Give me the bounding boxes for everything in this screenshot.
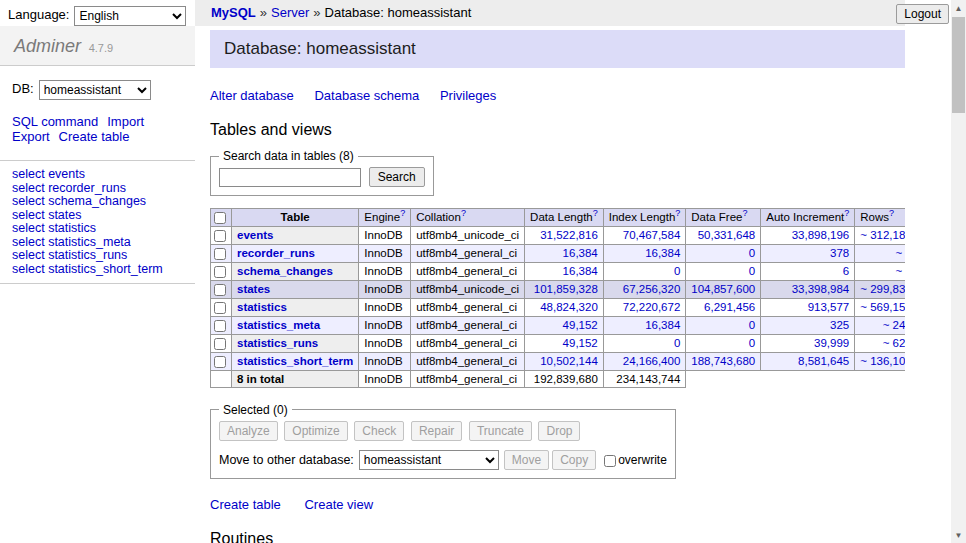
data-free-link[interactable]: 0	[749, 319, 755, 331]
index-length-link[interactable]: 0	[674, 265, 680, 277]
help-link[interactable]: ?	[400, 209, 405, 219]
auto-increment-link[interactable]: 913,577	[808, 301, 850, 313]
data-free-link[interactable]: 6,291,456	[704, 301, 755, 313]
search-button[interactable]: Search	[369, 167, 425, 187]
database-schema-link[interactable]: Database schema	[314, 88, 419, 103]
auto-increment-link[interactable]: 6	[843, 265, 849, 277]
check-button[interactable]: Check	[354, 421, 404, 441]
row-select-checkbox[interactable]	[214, 230, 226, 242]
create-table-link[interactable]: Create table	[210, 497, 281, 512]
overwrite-checkbox[interactable]	[604, 455, 616, 467]
row-select-checkbox[interactable]	[214, 356, 226, 368]
rows-count-link[interactable]: ~ 312,180	[860, 229, 905, 241]
help-link[interactable]: ?	[844, 209, 849, 219]
index-length-link[interactable]: 67,256,320	[623, 283, 681, 295]
logout-button[interactable]: Logout	[896, 4, 949, 24]
scroll-thumb[interactable]	[952, 17, 965, 113]
table-name-link[interactable]: statistics_short_term	[237, 355, 353, 367]
privileges-link[interactable]: Privileges	[440, 88, 496, 103]
breadcrumb-mysql-link[interactable]: MySQL	[211, 5, 256, 20]
sidebar-item-select-states[interactable]: select states	[12, 209, 183, 223]
data-length-link[interactable]: 101,859,328	[534, 283, 598, 295]
export-link[interactable]: Export	[12, 129, 50, 144]
help-link[interactable]: ?	[461, 209, 466, 219]
table-name-link[interactable]: statistics_runs	[237, 337, 318, 349]
table-name-link[interactable]: events	[237, 229, 273, 241]
index-length-link[interactable]: 16,384	[645, 247, 680, 259]
truncate-button[interactable]: Truncate	[469, 421, 532, 441]
index-length-link[interactable]: 70,467,584	[623, 229, 681, 241]
table-name-link[interactable]: recorder_runs	[237, 247, 315, 259]
select-all-checkbox[interactable]	[214, 212, 226, 224]
help-link[interactable]: ?	[742, 209, 747, 219]
row-select-checkbox[interactable]	[214, 302, 226, 314]
data-length-link[interactable]: 49,152	[563, 319, 598, 331]
data-length-link[interactable]: 48,824,320	[540, 301, 598, 313]
table-name-link[interactable]: statistics_meta	[237, 319, 320, 331]
index-length-link[interactable]: 0	[674, 337, 680, 349]
data-free-link[interactable]: 188,743,680	[691, 355, 755, 367]
sql-command-link[interactable]: SQL command	[12, 114, 98, 129]
help-link[interactable]: ?	[593, 209, 598, 219]
auto-increment-link[interactable]: 39,999	[814, 337, 849, 349]
move-button[interactable]: Move	[504, 450, 549, 470]
row-select-checkbox[interactable]	[214, 284, 226, 296]
db-select[interactable]: homeassistant	[39, 80, 151, 100]
data-length-link[interactable]: 31,522,816	[540, 229, 598, 241]
index-length-link[interactable]: 16,384	[645, 319, 680, 331]
sidebar-item-select-statistics[interactable]: select statistics	[12, 222, 183, 236]
rows-count-link[interactable]: ~ 136,108	[860, 355, 905, 367]
rows-count-link[interactable]: ~ 244	[883, 319, 905, 331]
sidebar-item-select-statistics-runs[interactable]: select statistics_runs	[12, 249, 183, 263]
breadcrumb-server-link[interactable]: Server	[271, 5, 309, 20]
data-free-link[interactable]: 50,331,648	[698, 229, 756, 241]
table-name-link[interactable]: statistics	[237, 301, 287, 313]
help-link[interactable]: ?	[675, 209, 680, 219]
sidebar-item-select-events[interactable]: select events	[12, 168, 183, 182]
rows-count-link[interactable]: ~ 628	[883, 337, 905, 349]
auto-increment-link[interactable]: 8,581,645	[798, 355, 849, 367]
rows-count-link[interactable]: ~ 299,833	[860, 283, 905, 295]
data-free-link[interactable]: 104,857,600	[691, 283, 755, 295]
copy-button[interactable]: Copy	[552, 450, 596, 470]
row-select-checkbox[interactable]	[214, 248, 226, 260]
data-length-link[interactable]: 10,502,144	[540, 355, 598, 367]
index-length-link[interactable]: 24,166,400	[623, 355, 681, 367]
move-db-select[interactable]: homeassistant	[359, 450, 499, 470]
rows-count-link[interactable]: ~ 569,159	[860, 301, 905, 313]
table-name-link[interactable]: schema_changes	[237, 265, 333, 277]
search-input[interactable]	[219, 168, 361, 187]
rows-count-link[interactable]: ~ 5	[895, 247, 905, 259]
data-free-link[interactable]: 0	[749, 247, 755, 259]
language-select[interactable]: English	[74, 6, 186, 26]
sidebar-create-table-link[interactable]: Create table	[59, 129, 130, 144]
create-view-link[interactable]: Create view	[304, 497, 373, 512]
analyze-button[interactable]: Analyze	[219, 421, 278, 441]
auto-increment-link[interactable]: 325	[830, 319, 849, 331]
auto-increment-link[interactable]: 378	[830, 247, 849, 259]
data-free-link[interactable]: 0	[749, 265, 755, 277]
data-free-link[interactable]: 0	[749, 337, 755, 349]
drop-button[interactable]: Drop	[538, 421, 580, 441]
scroll-up-icon[interactable]: ▲	[951, 0, 966, 16]
data-length-link[interactable]: 49,152	[563, 337, 598, 349]
sidebar-item-select-statistics-meta[interactable]: select statistics_meta	[12, 236, 183, 250]
data-length-link[interactable]: 16,384	[563, 265, 598, 277]
repair-button[interactable]: Repair	[411, 421, 462, 441]
scrollbar[interactable]: ▲ ▼	[951, 0, 966, 543]
row-select-checkbox[interactable]	[214, 266, 226, 278]
sidebar-item-select-statistics-short-term[interactable]: select statistics_short_term	[12, 263, 183, 277]
sidebar-item-select-schema-changes[interactable]: select schema_changes	[12, 195, 183, 209]
row-select-checkbox[interactable]	[214, 338, 226, 350]
import-link[interactable]: Import	[107, 114, 144, 129]
row-select-checkbox[interactable]	[214, 320, 226, 332]
rows-count-link[interactable]: ~ 3	[895, 265, 905, 277]
scroll-down-icon[interactable]: ▼	[951, 527, 966, 543]
alter-database-link[interactable]: Alter database	[210, 88, 294, 103]
auto-increment-link[interactable]: 33,898,196	[792, 229, 850, 241]
data-length-link[interactable]: 16,384	[563, 247, 598, 259]
help-link[interactable]: ?	[889, 209, 894, 219]
table-name-link[interactable]: states	[237, 283, 270, 295]
index-length-link[interactable]: 72,220,672	[623, 301, 681, 313]
auto-increment-link[interactable]: 33,398,984	[792, 283, 850, 295]
